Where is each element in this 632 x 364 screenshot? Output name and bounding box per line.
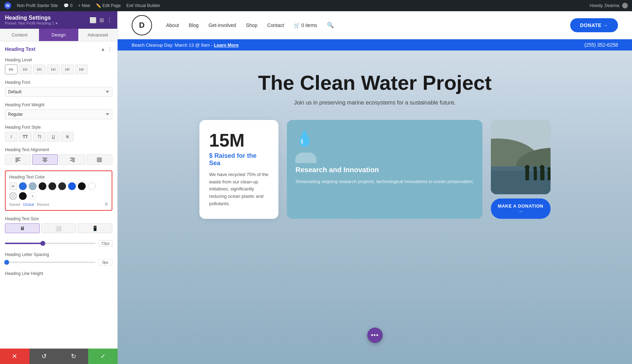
columns-icon[interactable]: ⊞ (99, 17, 104, 23)
more-options-icon[interactable]: ⋮ (107, 17, 112, 23)
text-size-slider-fill (5, 243, 43, 244)
fab-dots-icon: ••• (371, 332, 379, 339)
nav-contact[interactable]: Contact (267, 22, 284, 28)
donate-button[interactable]: DONATE → (570, 18, 618, 32)
make-donation-button[interactable]: MAKE A DONATION → (491, 198, 551, 219)
svg-rect-25 (540, 169, 544, 180)
tab-advanced[interactable]: Advanced (78, 29, 117, 41)
tab-design[interactable]: Design (39, 29, 78, 41)
tab-content[interactable]: Content (0, 29, 39, 41)
nav-about[interactable]: About (166, 22, 179, 28)
capitalize-button[interactable]: Tt (33, 132, 46, 142)
color-tab-saved[interactable]: Saved (9, 202, 20, 207)
letter-spacing-slider-track[interactable] (5, 262, 96, 263)
align-right-button[interactable] (59, 154, 85, 165)
mobile-device-button[interactable]: 📱 (78, 223, 112, 233)
sidebar-preset: Preset: Non Profit Heading 1 ▼ (5, 21, 58, 25)
bold-button[interactable]: TT (19, 132, 32, 142)
announcement-text: Beach Cleanup Day: March 13 @ 9am - Lear… (132, 42, 238, 48)
nav-get-involved[interactable]: Get-involved (209, 22, 236, 28)
letter-spacing-slider-thumb[interactable] (4, 260, 9, 265)
heading-h3-button[interactable]: H3 (33, 65, 46, 74)
heading-alignment-group (5, 154, 112, 165)
color-swatch-light-blue[interactable] (29, 182, 37, 190)
letter-spacing-value[interactable]: 0px (98, 259, 112, 265)
heading-font-weight-select[interactable]: Regular (5, 109, 112, 119)
wordpress-logo[interactable]: W (4, 2, 11, 9)
device-icons: 🖥 ⬜ 📱 (5, 223, 112, 233)
collapse-button[interactable]: ▲ (100, 46, 105, 52)
color-picker-icon[interactable]: ✏ (9, 182, 17, 190)
edit-page-link[interactable]: ✏️ Edit Page (96, 3, 121, 8)
search-icon[interactable]: 🔍 (327, 22, 334, 28)
svg-rect-11 (72, 161, 75, 162)
undo-button[interactable]: ↺ (29, 349, 59, 364)
nav-shop[interactable]: Shop (246, 22, 257, 28)
heading-font-select[interactable]: Default (5, 87, 112, 97)
svg-rect-23 (534, 170, 537, 180)
site-name[interactable]: Non Profit Starter Site (17, 3, 58, 8)
align-center-button[interactable] (32, 154, 58, 165)
svg-rect-12 (97, 158, 102, 159)
desktop-device-button[interactable]: 🖥 (5, 223, 40, 233)
heading-h2-button[interactable]: H2 (19, 65, 32, 74)
color-add-button[interactable]: + (29, 192, 37, 200)
sidebar-header-info: Heading Settings Preset: Non Profit Head… (5, 15, 58, 25)
svg-point-26 (540, 165, 544, 169)
align-left-button[interactable] (5, 154, 31, 165)
heading-text-alignment-label: Heading Text Alignment (5, 147, 112, 152)
hero-content: The Clean Water Project Join us in prese… (132, 72, 618, 120)
heading-h5-button[interactable]: H5 (61, 65, 74, 74)
main-layout: Heading Settings Preset: Non Profit Head… (0, 11, 632, 364)
learn-more-link[interactable]: Learn More (214, 42, 238, 48)
heading-text-color-label: Heading Text Color (9, 175, 108, 180)
color-swatch-white[interactable] (88, 182, 96, 190)
heading-h1-button[interactable]: H1 (5, 65, 18, 74)
color-tab-recent[interactable]: Recent (37, 202, 49, 207)
text-size-value[interactable]: 72px (98, 240, 112, 247)
fab-button[interactable]: ••• (367, 328, 383, 343)
tablet-device-button[interactable]: ⬜ (41, 223, 76, 233)
italic-button[interactable]: I (5, 132, 18, 142)
research-card-text: Showcasing ongoing research projects, te… (295, 178, 474, 186)
nav-blog[interactable]: Blog (189, 22, 199, 28)
text-size-slider-thumb[interactable] (40, 241, 45, 246)
sidebar-header-icons: ⬜ ⊞ ⋮ (90, 17, 112, 23)
heading-h4-button[interactable]: H4 (47, 65, 60, 74)
color-swatch-bright-blue[interactable] (68, 182, 76, 190)
comments-link[interactable]: 💬 0 (64, 3, 73, 8)
color-tabs: Saved Global Recent ⚙ (9, 202, 108, 207)
save-button[interactable]: ✓ (88, 349, 118, 364)
strikethrough-button[interactable]: S (61, 132, 74, 142)
section-more-icon[interactable]: ⋮ (107, 46, 112, 52)
color-swatch-dark2[interactable] (48, 182, 56, 190)
color-swatch-transparent[interactable] (9, 192, 17, 200)
color-swatch-blue[interactable] (19, 182, 27, 190)
align-justify-button[interactable] (87, 154, 113, 165)
fullscreen-icon[interactable]: ⬜ (90, 17, 97, 23)
exit-builder-link[interactable]: Exit Visual Builder (126, 3, 160, 8)
nav-cart[interactable]: 🛒 0 items (294, 22, 317, 28)
color-swatch-dark1[interactable] (39, 182, 46, 190)
announcement-bar: Beach Cleanup Day: March 13 @ 9am - Lear… (118, 39, 632, 50)
content-area: D About Blog Get-involved Shop Contact 🛒… (118, 11, 632, 364)
color-tab-global[interactable]: Global (23, 202, 34, 207)
color-swatch-selected[interactable] (19, 192, 27, 200)
hero-subtitle: Join us in preserving marine ecosystems … (132, 100, 618, 106)
color-swatch-darkest[interactable] (78, 182, 86, 190)
image-card: MAKE A DONATION → (491, 120, 551, 219)
underline-button[interactable]: U (47, 132, 60, 142)
new-link[interactable]: + New (78, 3, 90, 8)
stat-card: 15M $ Raised for the Sea We have recycle… (199, 120, 279, 219)
svg-rect-15 (97, 161, 102, 162)
close-button[interactable]: ✕ (0, 349, 29, 364)
text-size-slider-track[interactable] (5, 243, 96, 244)
color-settings-icon[interactable]: ⚙ (105, 202, 108, 207)
heading-h6-button[interactable]: H6 (75, 65, 88, 74)
sidebar-header: Heading Settings Preset: Non Profit Head… (0, 11, 117, 29)
redo-button[interactable]: ↻ (59, 349, 88, 364)
site-header: D About Blog Get-involved Shop Contact 🛒… (118, 11, 632, 39)
user-avatar[interactable] (622, 3, 628, 8)
color-swatch-dark3[interactable] (58, 182, 66, 190)
site-logo[interactable]: D (132, 15, 152, 35)
